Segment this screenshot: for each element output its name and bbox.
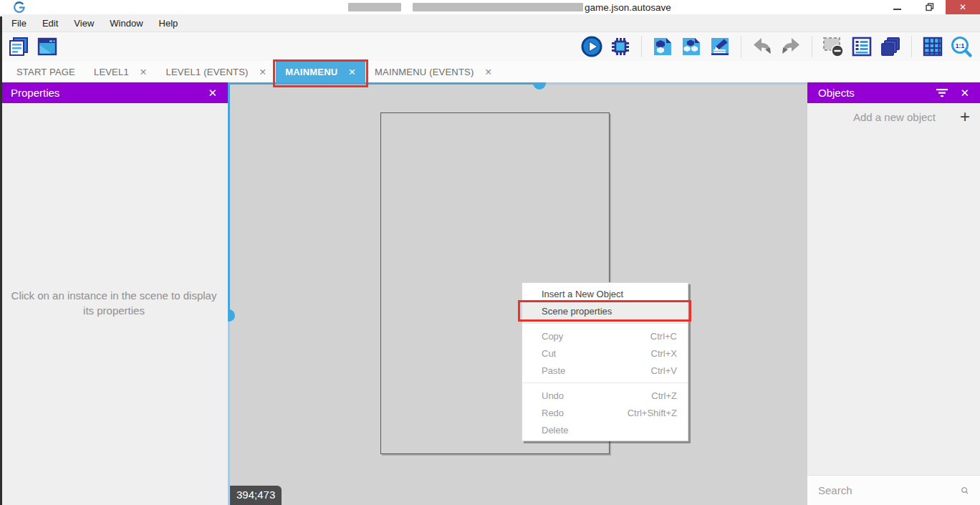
menu-item-cut[interactable]: Cut Ctrl+X: [522, 345, 688, 362]
gdevelop-window: game.json.autosave ✕ File Edit View Wind…: [0, 0, 980, 505]
undo-button[interactable]: [749, 34, 775, 59]
tab-mainmenu-events[interactable]: MAINMENU (EVENTS) ✕: [365, 61, 501, 82]
toolbar-separator: [812, 36, 812, 57]
menu-item-insert-new-object[interactable]: Insert a New Object: [522, 285, 688, 302]
start-page-icon: [37, 36, 58, 57]
toolbar-left-group: [0, 34, 60, 59]
properties-empty-message: Click on an instance in the scene to dis…: [7, 288, 221, 318]
menu-separator: [522, 323, 688, 324]
redacted-text-block: [348, 3, 401, 11]
grid-button[interactable]: [920, 34, 946, 59]
menu-item-scene-properties[interactable]: Scene properties: [522, 302, 688, 319]
window-title: game.json.autosave: [348, 0, 671, 14]
menu-file[interactable]: File: [4, 16, 34, 31]
zoom-ratio-label: 1:1: [956, 42, 965, 49]
plus-icon[interactable]: +: [960, 108, 970, 125]
toolbar-separator: [911, 36, 912, 57]
menu-item-delete[interactable]: Delete: [522, 421, 688, 438]
window-title-text: game.json.autosave: [585, 2, 671, 13]
project-manager-button[interactable]: [6, 34, 32, 59]
tab-label: LEVEL1: [94, 67, 129, 77]
editor-tab-bar: START PAGE LEVEL1 ✕ LEVEL1 (EVENTS) ✕ MA…: [0, 61, 980, 82]
menu-item-redo[interactable]: Redo Ctrl+Shift+Z: [522, 404, 688, 421]
menu-view[interactable]: View: [66, 16, 102, 31]
shortcut-label: Ctrl+C: [650, 331, 677, 342]
tab-mainmenu[interactable]: MAINMENU ✕: [276, 61, 365, 82]
toolbar-separator: [641, 36, 642, 57]
debug-icon: [610, 36, 631, 57]
tab-label: MAINMENU (EVENTS): [375, 67, 474, 77]
redo-button[interactable]: [778, 34, 804, 59]
tab-level1-events[interactable]: LEVEL1 (EVENTS) ✕: [157, 61, 277, 82]
menu-bar: File Edit View Window Help: [0, 14, 980, 32]
add-object-row[interactable]: Add a new object +: [807, 103, 980, 130]
zoom-1-1-button[interactable]: 1:1: [948, 34, 974, 59]
minimize-icon: [893, 9, 901, 10]
scene-editor-icon: [652, 36, 673, 57]
gdevelop-logo-icon: [13, 1, 25, 14]
menu-separator: [522, 383, 688, 383]
objects-search-bar: [807, 475, 980, 505]
shortcut-label: Ctrl+Shift+Z: [628, 408, 677, 418]
menu-item-copy[interactable]: Copy Ctrl+C: [522, 327, 688, 345]
tab-close-icon[interactable]: ✕: [348, 67, 356, 77]
search-input[interactable]: [818, 484, 961, 496]
tab-close-icon[interactable]: ✕: [140, 67, 148, 77]
mask-toggle-button[interactable]: [820, 34, 846, 59]
window-controls: ✕: [881, 0, 980, 14]
divider-drag-handle[interactable]: [533, 82, 546, 90]
panel-divider-top[interactable]: [539, 82, 807, 85]
toolbar: 1:1: [0, 32, 980, 61]
grid-icon: [922, 36, 943, 57]
objects-panel-header: Objects ✕: [807, 82, 980, 103]
tab-start-page[interactable]: START PAGE: [7, 61, 85, 82]
tab-label: START PAGE: [16, 67, 75, 77]
start-page-button[interactable]: [34, 34, 60, 59]
objects-panel: Objects ✕ Add a new object +: [807, 82, 980, 505]
tab-label: MAINMENU: [285, 67, 337, 77]
events-editor-button[interactable]: [707, 34, 733, 59]
close-icon[interactable]: ✕: [960, 87, 969, 100]
redacted-text-block: [413, 3, 583, 11]
instances-button[interactable]: [678, 34, 704, 59]
cursor-coordinates-badge: 394;473: [230, 486, 282, 505]
panel-divider-left[interactable]: [228, 82, 230, 315]
objects-list-button[interactable]: [849, 34, 875, 59]
menu-help[interactable]: Help: [151, 16, 186, 31]
instances-icon: [681, 36, 702, 57]
restore-icon: [926, 3, 934, 11]
preview-button[interactable]: [579, 34, 605, 59]
shortcut-label: Ctrl+V: [651, 365, 677, 376]
close-icon[interactable]: ✕: [208, 87, 217, 100]
menu-window[interactable]: Window: [102, 16, 150, 31]
layers-button[interactable]: [878, 34, 903, 59]
redo-icon: [779, 35, 802, 58]
tab-close-icon[interactable]: ✕: [484, 67, 492, 77]
scene-editor-button[interactable]: [650, 34, 676, 59]
events-editor-icon: [709, 36, 731, 57]
toolbar-right-group: 1:1: [579, 34, 980, 59]
shortcut-label: Ctrl+Z: [651, 390, 677, 401]
shortcut-label: Ctrl+X: [651, 348, 677, 359]
close-button[interactable]: ✕: [946, 0, 980, 14]
panel-divider-top[interactable]: [228, 82, 539, 85]
layers-icon: [880, 36, 901, 57]
properties-panel: Properties ✕ Click on an instance in the…: [0, 82, 228, 505]
filter-icon[interactable]: [936, 88, 948, 98]
close-icon: ✕: [959, 2, 966, 12]
menu-item-paste[interactable]: Paste Ctrl+V: [522, 362, 688, 379]
tab-close-icon[interactable]: ✕: [259, 67, 267, 77]
window-edge: [0, 16, 2, 505]
search-icon: [961, 484, 969, 498]
restore-button[interactable]: [913, 0, 946, 14]
objects-list-icon: [851, 36, 873, 57]
debug-button[interactable]: [607, 34, 633, 59]
menu-edit[interactable]: Edit: [34, 16, 66, 31]
tab-level1[interactable]: LEVEL1 ✕: [85, 61, 157, 82]
mask-toggle-icon: [822, 35, 845, 58]
minimize-button[interactable]: [881, 0, 913, 14]
panel-divider-left[interactable]: [228, 315, 230, 505]
menu-item-undo[interactable]: Undo Ctrl+Z: [522, 387, 688, 404]
scene-canvas[interactable]: 394;473: [228, 82, 807, 505]
toolbar-separator: [741, 36, 741, 57]
